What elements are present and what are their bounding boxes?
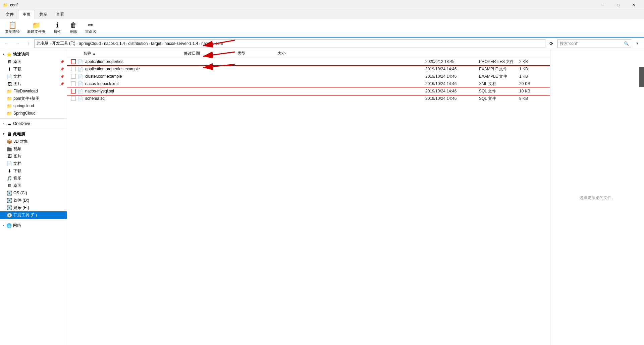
checkbox-nacos-logback[interactable] — [71, 81, 76, 86]
sidebar-item-drive-f[interactable]: 💽 开发工具 (F:) — [0, 211, 67, 219]
size-nacos-logback: 20 KB — [519, 81, 546, 86]
this-pc-header[interactable]: ▾ 🖥 此电脑 — [0, 130, 67, 138]
desktop-pc-icon: 🖥 — [7, 183, 12, 188]
size-nacos-mysql: 10 KB — [519, 89, 546, 93]
ribbon-copy-path-button[interactable]: 📋 复制路径 — [3, 20, 22, 36]
col-header-type[interactable]: 类型 — [237, 51, 278, 56]
type-nacos-mysql: SQL 文件 — [479, 88, 519, 94]
quick-access-arrow: ▾ — [3, 53, 4, 56]
file-row-application-example[interactable]: 📄 application.properties.example 2019/10… — [67, 65, 550, 73]
video-icon: 🎬 — [7, 146, 12, 151]
drive-e-label: 娱乐 (E:) — [13, 205, 29, 211]
this-pc-label: 此电脑 — [13, 131, 25, 137]
tab-share[interactable]: 共享 — [35, 10, 52, 19]
sidebar-network[interactable]: ▸ 🌐 网络 — [0, 222, 67, 229]
type-schema: SQL 文件 — [479, 96, 519, 101]
sidebar-item-SpringCloud-quick[interactable]: 📁 SpringCloud — [0, 110, 67, 117]
tab-file[interactable]: 文件 — [1, 10, 18, 19]
address-part-pc[interactable]: 此电脑 — [37, 41, 49, 46]
onedrive-icon: ☁ — [6, 121, 12, 126]
music-icon: 🎵 — [7, 176, 12, 181]
filedownload-icon: 📁 — [7, 88, 12, 94]
col-header-size[interactable]: 大小 — [278, 51, 305, 56]
file-row-nacos-mysql[interactable]: 📄 nacos-mysql.sql 2019/10/24 14:46 SQL 文… — [67, 87, 550, 95]
address-part-nacos[interactable]: nacos — [201, 41, 212, 46]
address-part-nacosserver[interactable]: nacos-server-1.1.4 — [165, 41, 198, 46]
sidebar-item-desktop-pc[interactable]: 🖥 桌面 — [0, 182, 67, 189]
file-row-application-properties[interactable]: 📄 application.properties 2020/6/12 18:45… — [67, 58, 550, 65]
icon-cluster-conf-example: 📄 — [78, 74, 83, 79]
checkbox-nacos-mysql[interactable] — [71, 89, 76, 93]
sidebar-item-drive-e[interactable]: 💽 娱乐 (E:) — [0, 204, 67, 211]
sidebar-item-3d[interactable]: 📦 3D 对象 — [0, 138, 67, 145]
address-part-conf[interactable]: conf — [215, 41, 223, 46]
window-title: conf — [10, 3, 18, 7]
address-part-drive[interactable]: 开发工具 (F:) — [52, 41, 75, 46]
sidebar-item-pics-pc[interactable]: 🖼 图片 — [0, 152, 67, 160]
preview-panel: 选择要预览的文件。 — [550, 49, 644, 345]
sidebar-item-music[interactable]: 🎵 音乐 — [0, 175, 67, 182]
SpringCloud-quick-label: SpringCloud — [13, 111, 36, 116]
search-options-button[interactable]: ▼ — [633, 39, 642, 48]
date-application-properties: 2020/6/12 18:45 — [425, 59, 479, 64]
sidebar-item-download-quick[interactable]: ⬇ 下载 📌 — [0, 65, 67, 73]
refresh-button[interactable]: ⟳ — [547, 39, 556, 48]
sidebar-item-pom[interactable]: 📁 pom文件+脑图 — [0, 95, 67, 102]
search-bar[interactable]: 🔍 — [557, 39, 631, 48]
sidebar-item-drive-d[interactable]: 💽 软件 (D:) — [0, 197, 67, 204]
file-row-nacos-logback[interactable]: 📄 nacos-logback.xml 2019/10/24 14:46 XML… — [67, 80, 550, 87]
address-part-springcloud[interactable]: SpringCloud — [78, 41, 101, 46]
address-part-nacos114[interactable]: nacos-1.1.4 — [104, 41, 125, 46]
copy-path-icon: 📋 — [8, 22, 17, 28]
ribbon-delete-button[interactable]: 🗑 删除 — [67, 20, 80, 36]
sidebar-item-drive-c[interactable]: 💽 OS (C:) — [0, 189, 67, 197]
sidebar-item-springcloud-quick[interactable]: 📁 springcloud — [0, 102, 67, 110]
address-bar[interactable]: 此电脑 › 开发工具 (F:) › SpringCloud › nacos-1.… — [34, 39, 545, 48]
sidebar-item-docs-pc[interactable]: 📄 文档 — [0, 160, 67, 167]
sidebar-onedrive[interactable]: ▸ ☁ OneDrive — [0, 120, 67, 127]
sidebar-item-pics-quick[interactable]: 🖼 图片 📌 — [0, 80, 67, 87]
onedrive-arrow: ▸ — [3, 122, 4, 125]
back-button[interactable]: ← — [2, 39, 11, 48]
address-part-distribution[interactable]: distribution — [128, 41, 148, 46]
search-input[interactable] — [560, 41, 623, 46]
checkbox-application-example[interactable] — [71, 67, 76, 71]
size-application-example: 1 KB — [519, 67, 546, 71]
this-pc-arrow: ▾ — [3, 132, 4, 136]
name-cluster-conf-example: cluster.conf.example — [85, 74, 425, 79]
date-cluster-conf-example: 2019/10/24 14:46 — [425, 74, 479, 79]
file-row-cluster-conf-example[interactable]: 📄 cluster.conf.example 2019/10/24 14:46 … — [67, 73, 550, 80]
download-pc-label: 下载 — [13, 168, 21, 174]
tab-view[interactable]: 查看 — [52, 10, 68, 19]
maximize-button[interactable]: □ — [610, 0, 626, 10]
tab-home[interactable]: 主页 — [18, 10, 35, 19]
address-part-target[interactable]: target — [151, 41, 161, 46]
search-icon: 🔍 — [624, 41, 629, 46]
quick-access-label: 快速访问 — [13, 52, 29, 57]
network-label: 网络 — [13, 223, 21, 228]
minimize-button[interactable]: ─ — [595, 0, 610, 10]
col-header-date[interactable]: 修改日期 — [184, 51, 237, 56]
sidebar-item-docs-quick[interactable]: 📄 文档 📌 — [0, 73, 67, 80]
checkbox-cluster-conf-example[interactable] — [71, 74, 76, 79]
checkbox-schema[interactable] — [71, 96, 76, 101]
up-button[interactable]: ↑ — [23, 39, 33, 48]
quick-access-header[interactable]: ▾ ⭐ 快速访问 — [0, 51, 67, 58]
drive-d-icon: 💽 — [7, 198, 12, 203]
sidebar-item-desktop-quick[interactable]: 🖥 桌面 📌 — [0, 58, 67, 65]
sidebar-item-download-pc[interactable]: ⬇ 下载 — [0, 167, 67, 175]
sidebar-item-filedownload[interactable]: 📁 FileDownload — [0, 87, 67, 95]
title-bar: 📁 conf ─ □ ✕ — [0, 0, 644, 10]
video-label: 视频 — [13, 146, 21, 152]
ribbon-rename-button[interactable]: ✏ 重命名 — [83, 20, 99, 36]
col-header-name[interactable]: 名称 ▲ — [83, 51, 184, 56]
file-row-schema[interactable]: 📄 schema.sql 2019/10/24 14:46 SQL 文件 8 K… — [67, 95, 550, 102]
ribbon-properties-button[interactable]: ℹ 属性 — [51, 20, 64, 36]
forward-button[interactable]: → — [13, 39, 22, 48]
this-pc-icon: 🖥 — [6, 131, 12, 137]
close-button[interactable]: ✕ — [626, 0, 641, 10]
checkbox-application-properties[interactable] — [71, 59, 76, 64]
sidebar-item-video[interactable]: 🎬 视频 — [0, 145, 67, 152]
pics-pc-label: 图片 — [13, 153, 21, 159]
ribbon-new-folder-button[interactable]: 📁 新建文件夹 — [25, 20, 48, 36]
